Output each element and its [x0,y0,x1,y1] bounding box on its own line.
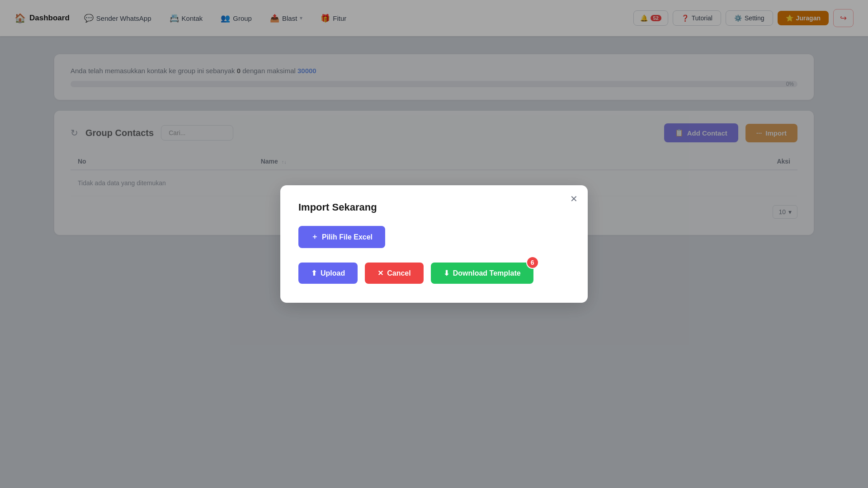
cancel-icon: ✕ [377,269,383,277]
cancel-label: Cancel [387,269,410,277]
download-template-button[interactable]: ⬇ Download Template 6 [431,263,533,284]
upload-label: Upload [321,269,345,277]
cancel-button[interactable]: ✕ Cancel [365,263,423,284]
pilih-excel-label: Pilih File Excel [322,233,373,241]
download-template-label: Download Template [453,269,521,277]
modal-title: Import Sekarang [298,202,570,213]
upload-button[interactable]: ⬆ Upload [298,263,358,284]
download-icon: ⬇ [443,269,449,277]
download-template-badge: 6 [526,256,539,269]
modal-actions: ⬆ Upload ✕ Cancel ⬇ Download Template 6 [298,263,570,284]
upload-icon: ⬆ [311,269,317,277]
import-modal: ✕ Import Sekarang ＋ Pilih File Excel ⬆ U… [280,185,588,303]
plus-icon: ＋ [311,232,318,242]
modal-overlay[interactable]: ✕ Import Sekarang ＋ Pilih File Excel ⬆ U… [0,0,868,488]
pilih-excel-button[interactable]: ＋ Pilih File Excel [298,226,385,248]
modal-close-button[interactable]: ✕ [570,194,578,203]
